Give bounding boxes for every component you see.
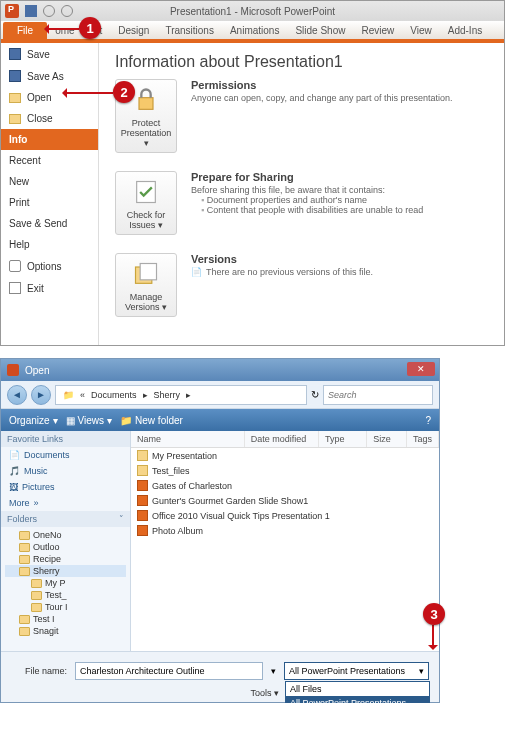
backstage-content: Information about Presentation1 Protect … — [99, 43, 504, 345]
dialog-toolbar: Organize ▾ ▦ Views ▾ 📁 New folder ? — [1, 409, 439, 431]
nav-info[interactable]: Info — [1, 129, 98, 150]
col-name[interactable]: Name — [131, 431, 245, 447]
tab-view[interactable]: View — [402, 22, 440, 39]
tab-home[interactable]: ome — [47, 22, 82, 39]
nav-row: ◄ ► 📁 « Documents▸ Sherry▸ ↻ — [1, 381, 439, 409]
col-type[interactable]: Type — [319, 431, 367, 447]
file-list: Name Date modified Type Size Tags My Pre… — [131, 431, 439, 651]
tab-animations[interactable]: Animations — [222, 22, 287, 39]
folder-icon — [31, 603, 42, 612]
newfolder-button[interactable]: 📁 New folder — [120, 415, 183, 426]
nav-options[interactable]: Options — [1, 255, 98, 277]
tab-slideshow[interactable]: Slide Show — [287, 22, 353, 39]
tree-item[interactable]: Snagit — [5, 625, 126, 637]
doc-icon: 📄 — [191, 267, 202, 277]
fav-documents[interactable]: 📄Documents — [1, 447, 130, 463]
file-row[interactable]: Gates of Charleston — [131, 478, 439, 493]
callout-1: 1 — [79, 17, 101, 39]
help-icon[interactable]: ? — [425, 415, 431, 426]
tab-addins[interactable]: Add-Ins — [440, 22, 490, 39]
file-row[interactable]: Office 2010 Visual Quick Tips Presentati… — [131, 508, 439, 523]
folder-icon — [31, 591, 42, 600]
nav-exit[interactable]: Exit — [1, 277, 98, 299]
tab-transitions[interactable]: Transitions — [157, 22, 222, 39]
nav-open[interactable]: Open — [1, 87, 98, 108]
col-date[interactable]: Date modified — [245, 431, 319, 447]
folder-icon — [137, 465, 148, 476]
organize-button[interactable]: Organize ▾ — [9, 415, 58, 426]
callout-3: 3 — [423, 603, 445, 625]
backstage-nav: Save Save As Open Close Info Recent New … — [1, 43, 99, 345]
forward-button[interactable]: ► — [31, 385, 51, 405]
music-icon: 🎵 — [9, 466, 20, 476]
qat-undo-icon[interactable] — [43, 5, 55, 17]
tree-item[interactable]: Recipe — [5, 553, 126, 565]
tree-item[interactable]: Test_ — [5, 589, 126, 601]
tab-review[interactable]: Review — [353, 22, 402, 39]
nav-saveas[interactable]: Save As — [1, 65, 98, 87]
folder-icon — [31, 579, 42, 588]
check-icon — [132, 178, 160, 206]
folder-tree: OneNo Outloo Recipe Sherry My P Test_ To… — [1, 527, 130, 639]
nav-close[interactable]: Close — [1, 108, 98, 129]
info-heading: Information about Presentation1 — [115, 53, 488, 71]
prepare-bullet: Document properties and author's name — [201, 195, 488, 205]
nav-print[interactable]: Print — [1, 192, 98, 213]
qat-save-icon[interactable] — [25, 5, 37, 17]
svg-rect-0 — [139, 98, 153, 110]
search-input[interactable] — [323, 385, 433, 405]
back-button[interactable]: ◄ — [7, 385, 27, 405]
fav-pictures[interactable]: 🖼Pictures — [1, 479, 130, 495]
qat-redo-icon[interactable] — [61, 5, 73, 17]
close-dialog-button[interactable]: ✕ — [407, 362, 435, 376]
ppt-icon — [137, 510, 148, 521]
tools-menu[interactable]: Tools ▾ — [250, 688, 279, 698]
nav-save[interactable]: Save — [1, 43, 98, 65]
nav-help[interactable]: Help — [1, 234, 98, 255]
tree-item-selected[interactable]: Sherry — [5, 565, 126, 577]
permissions-section: Protect Presentation ▾ Permissions Anyon… — [115, 79, 488, 153]
ppt-icon — [137, 480, 148, 491]
col-size[interactable]: Size — [367, 431, 407, 447]
versions-desc: 📄There are no previous versions of this … — [191, 267, 488, 277]
views-button[interactable]: ▦ Views ▾ — [66, 415, 113, 426]
fav-more[interactable]: More » — [1, 495, 130, 511]
versions-section: Manage Versions ▾ Versions 📄There are no… — [115, 253, 488, 317]
open-icon — [9, 93, 21, 103]
svg-rect-3 — [140, 264, 156, 280]
callout-2-arrow — [63, 92, 113, 94]
check-issues-button[interactable]: Check for Issues ▾ — [115, 171, 177, 235]
ribbon-tabs: File ome ert Design Transitions Animatio… — [1, 21, 504, 43]
tree-item[interactable]: My P — [5, 577, 126, 589]
manage-versions-button[interactable]: Manage Versions ▾ — [115, 253, 177, 317]
callout-2: 2 — [113, 81, 135, 103]
file-row[interactable]: My Presentation — [131, 448, 439, 463]
refresh-icon[interactable]: ↻ — [311, 389, 319, 400]
folders-header[interactable]: Folders ˅ — [1, 511, 130, 527]
fav-links-header: Favorite Links — [1, 431, 130, 447]
tree-item[interactable]: Tour I — [5, 601, 126, 613]
dd-item-highlighted[interactable]: All PowerPoint Presentations — [286, 696, 429, 703]
fav-music[interactable]: 🎵Music — [1, 463, 130, 479]
breadcrumb[interactable]: 📁 « Documents▸ Sherry▸ — [55, 385, 307, 405]
file-row[interactable]: Photo Album — [131, 523, 439, 538]
file-row[interactable]: Gunter's Gourmet Garden Slide Show1 — [131, 493, 439, 508]
folder-icon — [137, 450, 148, 461]
prepare-section: Check for Issues ▾ Prepare for Sharing B… — [115, 171, 488, 235]
quick-access-toolbar — [25, 5, 73, 17]
filename-input[interactable] — [75, 662, 263, 680]
folder-small-icon: 📁 — [63, 390, 74, 400]
nav-new[interactable]: New — [1, 171, 98, 192]
file-row[interactable]: Test_files — [131, 463, 439, 478]
prepare-desc: Before sharing this file, be aware that … — [191, 185, 488, 195]
col-tags[interactable]: Tags — [407, 431, 439, 447]
tab-design[interactable]: Design — [110, 22, 157, 39]
filetype-dropdown[interactable]: All PowerPoint Presentations▾ All Files … — [284, 662, 429, 680]
nav-savesend[interactable]: Save & Send — [1, 213, 98, 234]
tree-item[interactable]: Test I — [5, 613, 126, 625]
tree-item[interactable]: OneNo — [5, 529, 126, 541]
picture-icon: 🖼 — [9, 482, 18, 492]
dd-item[interactable]: All Files — [286, 682, 429, 696]
nav-recent[interactable]: Recent — [1, 150, 98, 171]
tree-item[interactable]: Outloo — [5, 541, 126, 553]
